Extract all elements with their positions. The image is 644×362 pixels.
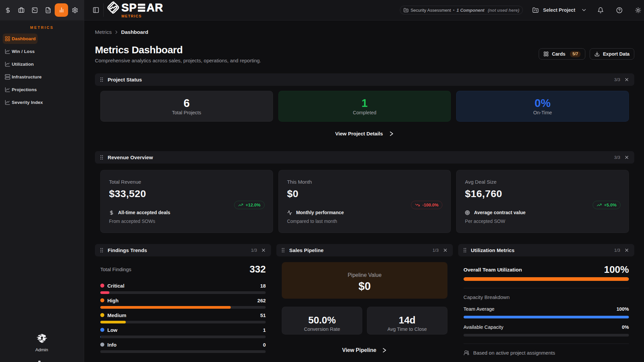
- close-section-button[interactable]: [443, 248, 448, 253]
- trending-up-icon: [238, 202, 243, 207]
- findings-trends-body: Total Findings 332 Critical 18: [95, 256, 271, 353]
- section-title: Sales Pipeline: [289, 247, 323, 253]
- brand-logo[interactable]: SPAR METRICS: [106, 0, 163, 20]
- sales-pipeline-body: Pipeline Value $0 50.0% Conversion Rate …: [276, 256, 452, 353]
- chart-line-icon: [5, 100, 10, 105]
- terminal-icon: [32, 7, 38, 13]
- chart-line-icon: [5, 61, 10, 67]
- team-average-label: Team Average: [464, 306, 494, 312]
- app-icon-rail: [0, 0, 84, 20]
- nav-terminal-button[interactable]: [30, 5, 40, 15]
- nav-finance-button[interactable]: [3, 5, 13, 15]
- revenue-card-value: $33,520: [109, 188, 265, 199]
- breadcrumb-metrics[interactable]: Metrics: [95, 29, 112, 35]
- cards-button[interactable]: Cards 5/7: [539, 48, 585, 60]
- drag-handle-icon[interactable]: [100, 155, 103, 160]
- section-revenue-overview: Revenue Overview 3/3 Total Revenue $33,5…: [95, 151, 634, 238]
- topbar-divider: [103, 3, 104, 17]
- sidebar-footer-peek-icon: [38, 361, 41, 362]
- nav-documents-button[interactable]: [43, 5, 53, 15]
- notifications-button[interactable]: [594, 4, 606, 16]
- folder-icon: [404, 8, 409, 13]
- view-link-label: View Project Details: [335, 131, 383, 136]
- stat-card-total-projects: 6 Total Projects: [100, 91, 273, 122]
- help-button[interactable]: [613, 4, 625, 16]
- severity-list: Critical 18 High 262: [100, 283, 266, 353]
- close-section-button[interactable]: [624, 77, 629, 82]
- chart-line-icon: [5, 87, 10, 93]
- revenue-card-line2: From accepted SOWs: [109, 219, 155, 224]
- severity-label: Low: [107, 327, 117, 333]
- revenue-overview-header: Revenue Overview 3/3: [95, 151, 634, 164]
- sidebar-item-severity-index[interactable]: Severity Index: [3, 97, 45, 108]
- sidebar-item-dashboard[interactable]: Dashboard: [3, 34, 38, 44]
- layout-grid-icon: [5, 36, 10, 42]
- sidebar-toggle-button[interactable]: [93, 7, 99, 13]
- view-project-details-link[interactable]: View Project Details: [100, 131, 629, 142]
- severity-row-low: Low 1: [100, 327, 266, 338]
- nav-metrics-button[interactable]: [55, 3, 68, 17]
- topbar-main: SPAR METRICS Security Assessment • 1 Com…: [84, 0, 644, 20]
- revenue-card-line1: Monthly performance: [287, 210, 344, 215]
- active-project-pill[interactable]: Security Assessment • 1 Component (not u…: [400, 6, 523, 14]
- sidebar-item-projections[interactable]: Projections: [3, 84, 39, 95]
- page-title: Metrics Dashboard: [95, 44, 261, 56]
- close-section-button[interactable]: [624, 155, 629, 160]
- team-average-value: 100%: [616, 306, 629, 312]
- conversion-rate-card: 50.0% Conversion Rate: [282, 307, 362, 335]
- close-section-button[interactable]: [624, 248, 629, 253]
- panel-left-icon: [93, 7, 99, 13]
- overall-utilization-label: Overall Team Utilization: [464, 267, 522, 273]
- view-link-label: View Pipeline: [342, 347, 376, 353]
- trend-badge: -100.0%: [411, 201, 442, 209]
- drag-handle-icon[interactable]: [463, 248, 467, 253]
- select-project-dropdown[interactable]: Select Project: [532, 7, 587, 13]
- close-icon: [624, 248, 629, 253]
- section-utilization-metrics: Utilization Metrics 1/3 Overall Team Uti…: [458, 244, 634, 357]
- close-icon: [443, 248, 448, 253]
- utilization-footnote: Based on active project assignments: [464, 350, 629, 356]
- revenue-card-label: This Month: [287, 179, 443, 185]
- target-icon: [465, 210, 470, 215]
- theme-toggle-button[interactable]: [632, 4, 644, 16]
- drag-handle-icon[interactable]: [100, 248, 103, 253]
- topbar: SPAR METRICS Security Assessment • 1 Com…: [0, 0, 644, 20]
- help-circle-icon: [616, 7, 623, 13]
- nav-settings-button[interactable]: [70, 5, 80, 15]
- select-project-label: Select Project: [543, 7, 575, 13]
- trend-value: -100.0%: [422, 202, 438, 207]
- available-capacity-track: [464, 334, 629, 337]
- bell-icon: [597, 7, 604, 13]
- nav-projects-button[interactable]: [16, 5, 26, 15]
- export-data-button[interactable]: Export Data: [590, 48, 634, 60]
- severity-dot: [100, 328, 104, 332]
- stat-label: Completed: [353, 110, 376, 115]
- drag-handle-icon[interactable]: [281, 248, 285, 253]
- severity-dot: [100, 284, 104, 288]
- severity-value: 262: [257, 298, 266, 303]
- sidebar-item-label: Projections: [12, 87, 37, 92]
- sidebar-user[interactable]: Admin: [0, 333, 84, 362]
- sidebar-item-infrastructure[interactable]: Infrastructure: [3, 72, 44, 82]
- stat-value: 14d: [399, 315, 416, 326]
- sidebar-item-utilization[interactable]: Utilization: [3, 59, 36, 69]
- severity-label: High: [107, 298, 118, 303]
- severity-bar-track: [100, 336, 266, 338]
- brand-name: SPAR: [121, 3, 163, 12]
- revenue-card-label: Avg Deal Size: [465, 179, 621, 185]
- section-project-status: Project Status 3/3 6 Total Projects 1 Co…: [95, 73, 634, 142]
- drag-handle-icon[interactable]: [100, 77, 103, 82]
- divider: [464, 288, 629, 288]
- activity-icon: [287, 210, 292, 215]
- sidebar-section-heading: METRICS: [0, 25, 84, 29]
- section-counter: 3/3: [614, 155, 620, 160]
- view-pipeline-link[interactable]: View Pipeline: [282, 347, 447, 353]
- server-icon: [5, 74, 10, 80]
- sidebar-item-win-loss[interactable]: Win / Loss: [3, 46, 37, 57]
- trend-badge: +12.0%: [234, 201, 264, 209]
- close-section-button[interactable]: [261, 248, 266, 253]
- stat-label: On-Time: [533, 110, 552, 115]
- severity-bar-track: [100, 321, 266, 323]
- total-findings-label: Total Findings: [100, 266, 131, 272]
- stat-value: 0%: [535, 98, 551, 109]
